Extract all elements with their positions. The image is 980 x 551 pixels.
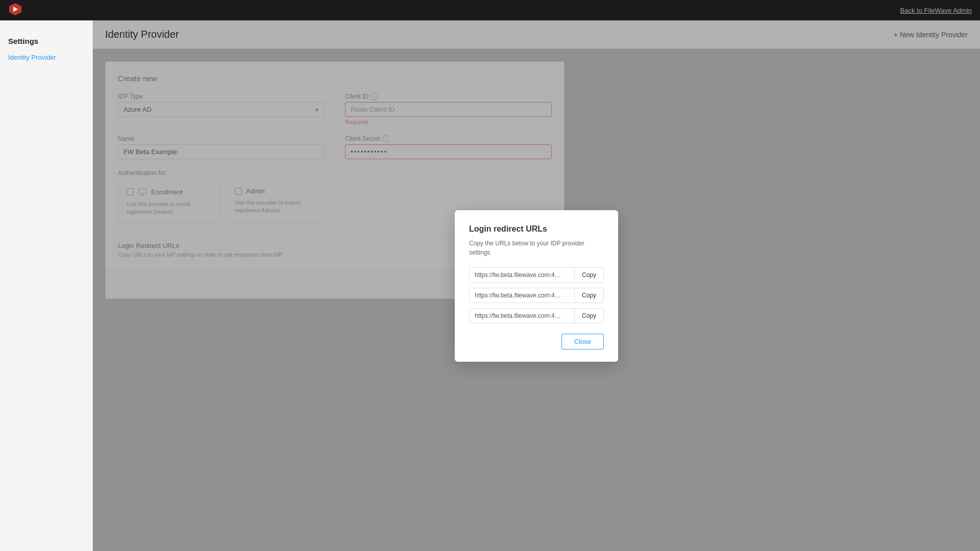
settings-title: Settings — [0, 29, 92, 49]
login-redirect-modal: Login redirect URLs Copy the URLs below … — [455, 210, 618, 362]
modal-footer: Close — [469, 334, 604, 349]
copy-button-1[interactable]: Copy — [574, 288, 603, 303]
url-row-1: Copy — [469, 288, 604, 303]
copy-button-0[interactable]: Copy — [574, 268, 603, 282]
modal-title: Login redirect URLs — [469, 224, 604, 234]
navbar-logo — [8, 2, 22, 18]
url-row-2: Copy — [469, 308, 604, 323]
modal-close-button[interactable]: Close — [561, 334, 604, 349]
url-input-1[interactable] — [470, 288, 574, 303]
modal-subtitle: Copy the URLs below to your IDP provider… — [469, 239, 604, 257]
main-content: Identity Provider + New Identity Provide… — [93, 20, 980, 551]
back-to-filewave-link[interactable]: Back to FileWave Admin — [900, 7, 972, 14]
app-layout: Settings Identity Provider Identity Prov… — [0, 20, 980, 551]
copy-button-2[interactable]: Copy — [574, 309, 603, 323]
url-input-0[interactable] — [470, 268, 574, 282]
modal-overlay: Login redirect URLs Copy the URLs below … — [93, 20, 980, 551]
url-input-2[interactable] — [470, 309, 574, 323]
sidebar-item-identity-provider[interactable]: Identity Provider — [0, 49, 92, 65]
url-row-0: Copy — [469, 267, 604, 283]
navbar: Back to FileWave Admin — [0, 0, 980, 20]
sidebar: Settings Identity Provider — [0, 20, 93, 551]
